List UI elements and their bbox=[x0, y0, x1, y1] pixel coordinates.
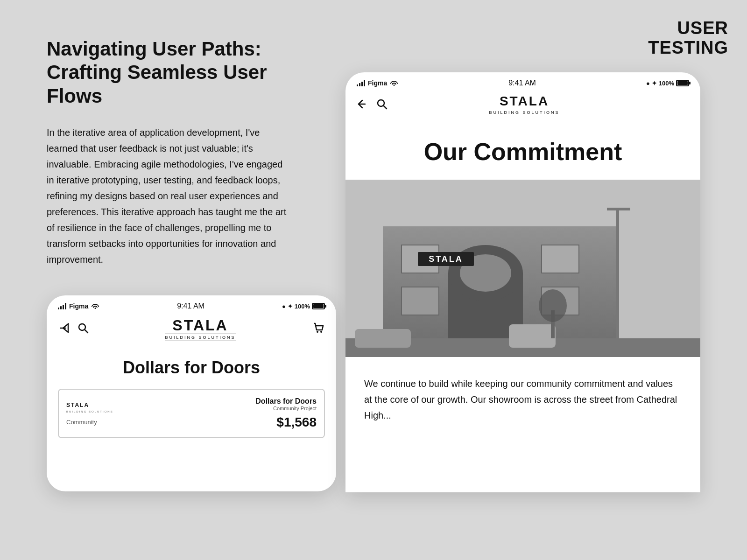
svg-text:STALA: STALA bbox=[429, 254, 463, 264]
card-community-label: Community bbox=[66, 419, 113, 426]
svg-rect-14 bbox=[402, 287, 439, 315]
svg-line-5 bbox=[383, 105, 387, 109]
signal-icon bbox=[58, 303, 66, 309]
carrier-label-right: Figma bbox=[368, 79, 387, 87]
battery-percent-right: 100% bbox=[659, 80, 674, 87]
dollars-card: STALA BUILDING SOLUTIONS Community Dolla… bbox=[58, 389, 325, 438]
bluetooth-icon-bottom: ✦ bbox=[288, 303, 293, 310]
svg-rect-21 bbox=[616, 208, 619, 338]
time-label-bottom: 9:41 AM bbox=[177, 302, 204, 310]
svg-point-2 bbox=[317, 331, 318, 333]
page-title: Navigating User Paths: Crafting Seamless… bbox=[47, 37, 289, 108]
card-amount: $1,568 bbox=[121, 415, 317, 430]
svg-point-24 bbox=[539, 289, 567, 322]
status-right-bottom: ● ✦ 100% bbox=[282, 303, 325, 310]
right-panel: Figma 9:41 AM ● ✦ 100% bbox=[327, 0, 747, 560]
phone-status-bar-bottom: Figma 9:41 AM ● ✦ 100% bbox=[47, 295, 336, 314]
phone-nav-bottom: STALA BUILDING SOLUTIONS bbox=[47, 314, 336, 349]
bluetooth-icon-right: ✦ bbox=[652, 80, 657, 87]
phone-nav-right: STALA BUILDING SOLUTIONS bbox=[345, 91, 700, 124]
card-stala-logo: STALA bbox=[66, 402, 113, 408]
back-icon-bottom[interactable] bbox=[58, 323, 70, 336]
phone-status-bar-right: Figma 9:41 AM ● ✦ 100% bbox=[345, 72, 700, 91]
status-left-right: Figma bbox=[357, 79, 398, 87]
search-icon-right[interactable] bbox=[376, 98, 388, 112]
svg-rect-19 bbox=[355, 329, 411, 348]
lock-icon-right: ● bbox=[646, 80, 650, 87]
signal-icon-right bbox=[357, 80, 365, 86]
cart-icon-bottom[interactable] bbox=[312, 322, 325, 337]
carrier-label-bottom: Figma bbox=[69, 302, 88, 310]
svg-rect-20 bbox=[509, 324, 556, 348]
status-left-bottom: Figma bbox=[58, 302, 99, 310]
nav-left-right bbox=[357, 98, 388, 112]
card-subtitle: Community Project bbox=[121, 406, 317, 411]
search-icon-bottom[interactable] bbox=[78, 322, 89, 336]
status-right-right: ● ✦ 100% bbox=[646, 80, 689, 87]
phone-page-title-right: Our Commitment bbox=[345, 124, 700, 180]
battery-icon-bottom bbox=[312, 303, 325, 309]
stala-logo-bottom: STALA BUILDING SOLUTIONS bbox=[165, 318, 235, 341]
phone-page-title-bottom: Dollars for Doors bbox=[47, 349, 336, 389]
lock-icon-bottom: ● bbox=[282, 303, 286, 310]
svg-rect-22 bbox=[607, 208, 630, 210]
card-left: STALA BUILDING SOLUTIONS Community bbox=[66, 402, 113, 426]
stala-logo-right: STALA BUILDING SOLUTIONS bbox=[489, 95, 559, 116]
svg-rect-13 bbox=[542, 245, 579, 273]
nav-left-bottom bbox=[58, 322, 89, 336]
card-stala-sub: BUILDING SOLUTIONS bbox=[66, 410, 113, 413]
page-container: USER TESTING Navigating User Paths: Craf… bbox=[0, 0, 747, 560]
battery-icon-right bbox=[676, 80, 689, 86]
back-icon-right[interactable] bbox=[357, 99, 369, 112]
building-image: STALA bbox=[345, 180, 700, 357]
svg-point-3 bbox=[320, 331, 322, 333]
wifi-icon-right bbox=[390, 79, 398, 87]
building-svg: STALA bbox=[345, 180, 700, 357]
commitment-text: We continue to build while keeping our c… bbox=[345, 357, 700, 423]
wifi-icon-bottom bbox=[91, 302, 99, 310]
time-label-right: 9:41 AM bbox=[508, 79, 536, 87]
card-right: Dollars for Doors Community Project $1,5… bbox=[121, 397, 317, 430]
phone-mockup-right: Figma 9:41 AM ● ✦ 100% bbox=[345, 72, 700, 492]
card-title: Dollars for Doors bbox=[121, 397, 317, 406]
page-body: In the iterative area of application dev… bbox=[47, 125, 289, 267]
phone-mockup-bottom: Figma 9:41 AM ● ✦ 100% bbox=[47, 295, 336, 491]
battery-percent-bottom: 100% bbox=[295, 303, 310, 310]
svg-line-1 bbox=[85, 329, 88, 333]
left-panel: Navigating User Paths: Crafting Seamless… bbox=[0, 0, 327, 560]
